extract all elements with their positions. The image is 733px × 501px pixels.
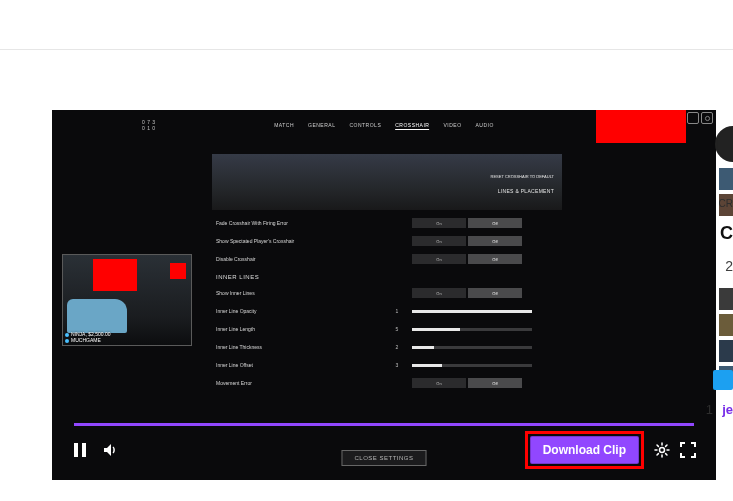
row-label: Show Inner Lines (212, 290, 382, 296)
pip-line2: MUCHGAME (71, 337, 101, 343)
thumbnail[interactable] (719, 314, 733, 336)
pip-person (67, 299, 127, 333)
tab-audio[interactable]: AUDIO (476, 122, 494, 130)
row-label: Fade Crosshair With Firing Error (212, 220, 382, 226)
slider[interactable] (412, 310, 532, 313)
row-value: 5 (382, 326, 412, 332)
twitter-icon[interactable] (713, 370, 733, 390)
slider[interactable] (412, 364, 532, 367)
settings-row: Inner Line Offset 3 (212, 356, 562, 374)
toggle-off[interactable]: Off (468, 218, 522, 228)
toggle-on[interactable]: On (412, 288, 466, 298)
download-highlight: Download Clip (525, 431, 644, 469)
settings-row: Fade Crosshair With Firing Error On Off (212, 214, 562, 232)
settings-row: Inner Line Thickness 2 (212, 338, 562, 356)
settings-row: Show Inner Lines On Off (212, 284, 562, 302)
svg-rect-2 (82, 443, 86, 457)
row-label: Show Spectated Player's Crosshair (212, 238, 382, 244)
tab-video[interactable]: VIDEO (443, 122, 461, 130)
tab-match[interactable]: MATCH (274, 122, 294, 130)
score-readout: 0 7 3 0 1 0 (142, 119, 156, 131)
row-value: 3 (382, 362, 412, 368)
page-topbar (0, 0, 733, 50)
slider[interactable] (412, 328, 532, 331)
video-player: 0 7 3 0 1 0 MATCH GENERAL CONTROLS CROSS… (52, 110, 716, 480)
settings-rows: Fade Crosshair With Firing Error On Off … (212, 214, 562, 392)
toggle-off[interactable]: Off (468, 254, 522, 264)
row-label: Inner Line Length (212, 326, 382, 332)
thumbnail[interactable] (719, 288, 733, 310)
reset-default-text[interactable]: RESET CROSSHAIR TO DEFAULT (491, 174, 555, 179)
settings-tabs: MATCH GENERAL CONTROLS CROSSHAIR VIDEO A… (274, 122, 494, 130)
panel-subtext: LINES & PLACEMENT (498, 188, 554, 194)
volume-icon[interactable] (102, 442, 118, 458)
row-value: 1 (382, 308, 412, 314)
settings-row: Disable Crosshair On Off (212, 250, 562, 268)
tab-crosshair[interactable]: CROSSHAIR (395, 122, 429, 130)
tab-controls[interactable]: CONTROLS (349, 122, 381, 130)
svg-rect-1 (74, 443, 78, 457)
thumbnail[interactable] (719, 168, 733, 190)
progress-bar[interactable] (74, 423, 694, 426)
fullscreen-icon[interactable] (680, 442, 696, 458)
row-value: 2 (382, 344, 412, 350)
svg-point-3 (660, 448, 665, 453)
progress-fill (74, 423, 694, 426)
settings-row: Movement Error On Off (212, 374, 562, 392)
row-label: Movement Error (212, 380, 382, 386)
pip-red-big (93, 259, 137, 291)
toggle-on[interactable]: On (412, 218, 466, 228)
panel-bg (212, 154, 562, 210)
toggle-off[interactable]: Off (468, 236, 522, 246)
player-controls: Download Clip (72, 438, 696, 462)
settings-row: Show Spectated Player's Crosshair On Off (212, 232, 562, 250)
settings-row: Inner Line Opacity 1 (212, 302, 562, 320)
view-count: 2 (725, 258, 733, 274)
row-label: Inner Line Opacity (212, 308, 382, 314)
toggle-off[interactable]: Off (468, 378, 522, 388)
toggle-off[interactable]: Off (468, 288, 522, 298)
clip-link[interactable]: je (722, 402, 733, 417)
meta-count: 1 (706, 402, 713, 417)
row-label: Disable Crosshair (212, 256, 382, 262)
pause-icon[interactable] (72, 442, 88, 458)
section-title: INNER LINES (216, 274, 562, 280)
tab-general[interactable]: GENERAL (308, 122, 335, 130)
pip-red-small (170, 263, 186, 279)
settings-row: Inner Line Length 5 (212, 320, 562, 338)
toggle-on[interactable]: On (412, 236, 466, 246)
thumbnail[interactable] (719, 340, 733, 362)
download-clip-button[interactable]: Download Clip (530, 436, 639, 464)
toggle-on[interactable]: On (412, 378, 466, 388)
slider[interactable] (412, 346, 532, 349)
score-bot: 0 1 0 (142, 125, 156, 131)
crosshair-preview-panel: RESET CROSSHAIR TO DEFAULT LINES & PLACE… (212, 154, 562, 210)
meta-cr: CR (719, 198, 733, 209)
toggle-on[interactable]: On (412, 254, 466, 264)
row-label: Inner Line Thickness (212, 344, 382, 350)
pip-caption: NINJA, $2,500.00 MUCHGAME (65, 331, 110, 343)
settings-icon[interactable] (654, 442, 670, 458)
live-tag (596, 110, 686, 143)
clip-title: C (720, 223, 733, 244)
row-label: Inner Line Offset (212, 362, 382, 368)
picture-in-picture: NINJA, $2,500.00 MUCHGAME (62, 254, 192, 346)
